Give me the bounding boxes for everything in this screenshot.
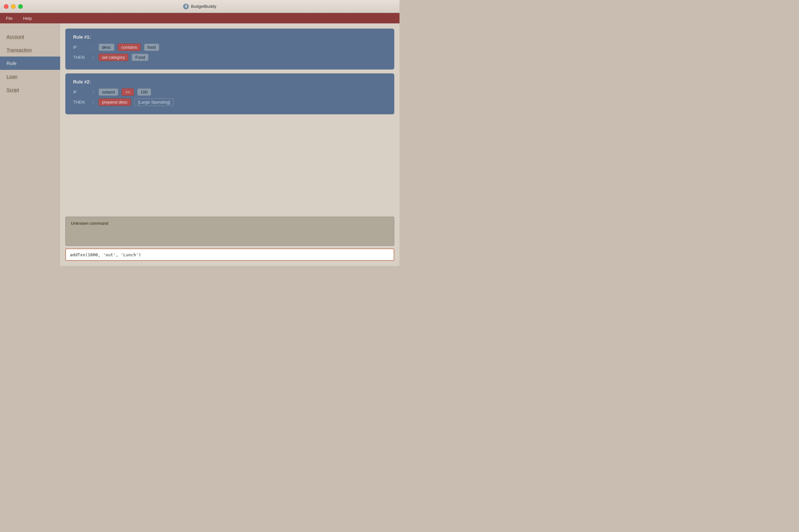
menu-help[interactable]: Help xyxy=(21,15,34,22)
rule-2-then-action[interactable]: prepend desc xyxy=(98,98,131,106)
rule-1-if-field[interactable]: desc xyxy=(98,43,114,51)
app-body: Account Transaction Rule Loan Script Rul… xyxy=(0,23,399,266)
rule-card-2: Rule #2: IF : outamt >= 100 THEN : prepe… xyxy=(65,73,394,114)
rule-2-if-label: IF xyxy=(73,90,89,95)
console-area: Unknown command xyxy=(65,216,394,261)
rule-1-if-colon: : xyxy=(93,45,94,50)
rule-2-then-value[interactable]: [Large Spending] xyxy=(134,98,174,106)
sidebar-item-loan[interactable]: Loan xyxy=(0,70,60,83)
window-controls xyxy=(4,4,23,9)
rule-2-if-field[interactable]: outamt xyxy=(98,88,119,96)
rule-1-title: Rule #1: xyxy=(73,34,386,40)
console-input-container[interactable] xyxy=(65,248,394,261)
console-input[interactable] xyxy=(70,252,390,257)
sidebar-item-transaction[interactable]: Transaction xyxy=(0,43,60,57)
rule-1-then-row: THEN : set category Food xyxy=(73,54,386,61)
title-bar: $ BudgetBuddy xyxy=(0,0,399,13)
rule-1-then-value[interactable]: Food xyxy=(132,54,148,61)
menu-file[interactable]: File xyxy=(4,15,15,22)
rule-1-then-colon: : xyxy=(93,55,94,60)
rule-1-if-row: IF : desc contains food xyxy=(73,43,386,51)
rule-1-then-label: THEN xyxy=(73,55,89,60)
sidebar: Account Transaction Rule Loan Script xyxy=(0,23,60,266)
rule-2-if-value[interactable]: 100 xyxy=(137,88,151,96)
rule-1-if-value[interactable]: food xyxy=(144,43,159,51)
rules-area: Rule #1: IF : desc contains food THEN : … xyxy=(65,28,394,213)
rule-2-if-operator[interactable]: >= xyxy=(122,88,133,96)
rule-2-if-row: IF : outamt >= 100 xyxy=(73,88,386,96)
menu-bar: File Help xyxy=(0,13,399,23)
rule-2-then-colon: : xyxy=(93,100,94,104)
app-icon: $ xyxy=(183,4,189,10)
rule-1-if-label: IF xyxy=(73,45,89,50)
rule-1-then-action[interactable]: set category xyxy=(98,54,129,61)
sidebar-item-account[interactable]: Account xyxy=(0,30,60,43)
rule-1-if-operator[interactable]: contains xyxy=(118,43,141,51)
minimize-button[interactable] xyxy=(11,4,16,9)
content-spacer xyxy=(65,118,394,213)
rule-2-then-label: THEN xyxy=(73,100,89,104)
rule-2-then-row: THEN : prepend desc [Large Spending] xyxy=(73,98,386,106)
maximize-button[interactable] xyxy=(18,4,23,9)
app-title: $ BudgetBuddy xyxy=(183,4,216,10)
sidebar-item-rule[interactable]: Rule xyxy=(0,57,60,70)
main-content: Rule #1: IF : desc contains food THEN : … xyxy=(60,23,399,266)
rule-2-title: Rule #2: xyxy=(73,79,386,84)
rule-2-if-colon: : xyxy=(93,90,94,95)
rule-card-1: Rule #1: IF : desc contains food THEN : … xyxy=(65,28,394,70)
close-button[interactable] xyxy=(4,4,8,9)
console-output: Unknown command xyxy=(65,216,394,246)
sidebar-item-script[interactable]: Script xyxy=(0,83,60,96)
